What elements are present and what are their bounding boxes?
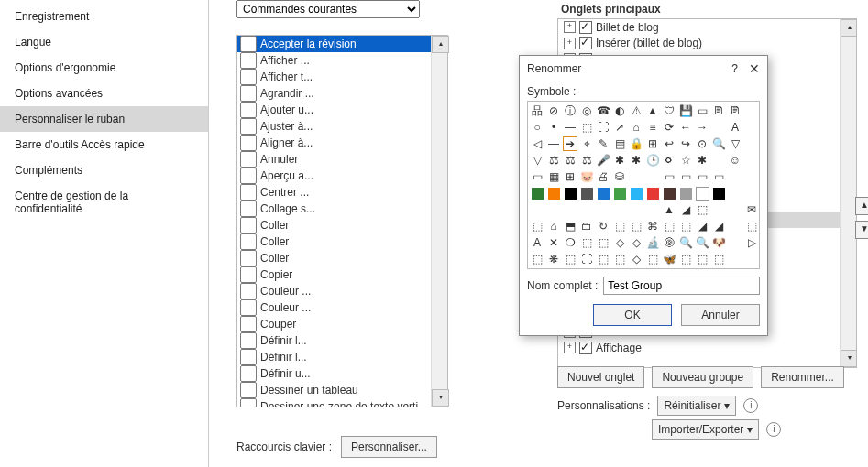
symbol-cell[interactable]: 🕒 [645, 153, 660, 168]
symbol-cell[interactable] [530, 186, 544, 201]
symbol-cell[interactable]: ☆ [678, 153, 693, 168]
nav-item[interactable]: Barre d'outils Accès rapide [0, 132, 208, 157]
symbol-cell[interactable]: ≡ [645, 120, 660, 135]
symbol-cell[interactable]: 🔍 [711, 136, 726, 151]
symbol-cell[interactable]: ⬚ [612, 219, 627, 234]
symbol-cell[interactable] [579, 186, 594, 201]
tree-item[interactable]: +Affichage [558, 340, 841, 356]
symbol-cell[interactable]: ◁ [530, 136, 544, 151]
symbol-cell[interactable]: A [530, 235, 544, 250]
symbol-cell[interactable]: 🞋 [662, 235, 676, 250]
symbol-cell[interactable]: ☎ [596, 103, 610, 118]
symbol-cell[interactable]: 🔒 [629, 136, 643, 151]
symbol-cell[interactable]: ⬚ [579, 235, 594, 250]
symbol-cell[interactable]: ⚖ [563, 153, 577, 168]
symbol-grid[interactable]: 品⊘ⓘ◎☎◐⚠▲🛡💾▭🖹🖹○•—⬚⛶↗⌂≡⟳←→A◁—➔⌖✎▤🔒⊞↩↪⊙🔍▽▽⚖… [527, 101, 760, 269]
symbol-cell[interactable]: A [728, 120, 742, 135]
symbol-cell[interactable]: ◐ [612, 103, 627, 118]
move-down-button[interactable]: ▼ [855, 221, 868, 239]
rename-button[interactable]: Renommer... [761, 366, 844, 388]
symbol-cell[interactable]: ▦ [546, 169, 561, 184]
symbol-cell[interactable] [678, 186, 693, 201]
symbol-cell[interactable]: ⬚ [678, 219, 693, 234]
symbol-cell[interactable]: ⛁ [612, 169, 627, 184]
symbol-cell[interactable]: ✕ [546, 235, 561, 250]
tree-checkbox[interactable] [579, 37, 592, 49]
symbol-cell[interactable]: ⬚ [744, 219, 759, 234]
symbol-cell[interactable]: ✱ [695, 153, 709, 168]
symbol-cell[interactable]: ▭ [662, 169, 676, 184]
symbol-cell[interactable]: ⬚ [530, 252, 544, 266]
info-icon[interactable]: i [766, 422, 781, 437]
symbol-cell[interactable]: ⚠ [629, 103, 643, 118]
symbol-cell[interactable]: 🖨 [596, 169, 610, 184]
symbol-cell[interactable] [711, 186, 726, 201]
symbol-cell[interactable]: ⬚ [678, 252, 693, 266]
scroll-up-icon[interactable]: ▴ [841, 19, 857, 37]
tree-item[interactable]: +Insérer (billet de blog) [558, 36, 841, 52]
move-up-button[interactable]: ▲ [855, 197, 868, 215]
commands-source-combo[interactable]: Commandes courantes [236, 0, 420, 18]
tree-item[interactable]: +Billet de blog [558, 19, 841, 36]
command-item[interactable]: Ajuster à... [237, 118, 432, 135]
symbol-cell[interactable] [629, 186, 643, 201]
symbol-cell[interactable]: ↩ [662, 136, 676, 151]
symbol-cell[interactable]: ⬚ [596, 252, 610, 266]
symbol-cell[interactable] [645, 169, 660, 184]
symbol-cell[interactable]: ⬚ [662, 219, 676, 234]
tree-checkbox[interactable] [579, 21, 592, 34]
symbol-cell[interactable] [629, 202, 643, 217]
symbol-cell[interactable]: ← [678, 120, 693, 135]
symbol-cell[interactable]: ⓘ [563, 103, 577, 118]
symbol-cell[interactable] [645, 186, 660, 201]
symbol-cell[interactable]: ▲ [662, 202, 676, 217]
symbol-cell[interactable] [612, 202, 627, 217]
symbol-cell[interactable] [563, 186, 577, 201]
nav-item[interactable]: Personnaliser le ruban [0, 106, 208, 132]
symbol-cell[interactable]: ⌂ [546, 219, 561, 234]
symbol-cell[interactable]: ▽ [530, 153, 544, 168]
symbol-cell[interactable]: • [546, 120, 561, 135]
command-item[interactable]: Annuler [237, 151, 432, 168]
symbol-cell[interactable]: ▭ [695, 103, 709, 118]
symbol-cell[interactable]: ▭ [695, 169, 709, 184]
symbol-cell[interactable]: ▤ [612, 136, 627, 151]
symbol-cell[interactable]: 🔬 [645, 235, 660, 250]
symbol-cell[interactable]: ⬚ [612, 252, 627, 266]
symbol-cell[interactable] [546, 202, 561, 217]
symbol-cell[interactable]: ⬚ [629, 219, 643, 234]
symbol-cell[interactable] [728, 169, 742, 184]
symbol-cell[interactable] [612, 186, 627, 201]
symbol-cell[interactable] [744, 186, 759, 201]
command-item[interactable]: Ajouter u... [237, 102, 432, 118]
symbol-cell[interactable]: ⌂ [629, 120, 643, 135]
command-item[interactable]: Accepter la révision [237, 36, 432, 52]
symbol-cell[interactable]: — [546, 136, 561, 151]
expand-toggle[interactable]: + [564, 38, 576, 49]
symbol-cell[interactable] [596, 202, 610, 217]
symbol-cell[interactable]: ☺ [728, 153, 742, 168]
symbol-cell[interactable]: 🐶 [711, 235, 726, 250]
symbol-cell[interactable] [546, 186, 561, 201]
command-item[interactable]: Aligner à... [237, 135, 432, 151]
command-item[interactable]: Copier [237, 266, 432, 283]
symbol-cell[interactable]: ▭ [530, 169, 544, 184]
new-tab-button[interactable]: Nouvel onglet [557, 366, 644, 388]
symbol-cell[interactable]: ↗ [612, 120, 627, 135]
nav-item[interactable]: Centre de gestion de la confidentialité [0, 183, 208, 222]
symbol-cell[interactable]: 💾 [678, 103, 693, 118]
symbol-cell[interactable]: ✱ [612, 153, 627, 168]
symbol-cell[interactable]: 🦋 [662, 252, 676, 266]
symbol-cell[interactable] [711, 153, 726, 168]
symbol-cell[interactable]: ⌖ [579, 136, 594, 151]
nav-item[interactable]: Enregistrement [0, 4, 208, 29]
import-export-dropdown[interactable]: Importer/Exporter▾ [652, 419, 759, 440]
command-item[interactable]: Aperçu a... [237, 168, 432, 184]
symbol-cell[interactable]: ↻ [596, 219, 610, 234]
symbol-cell[interactable]: ➔ [563, 136, 577, 151]
scroll-up-icon[interactable]: ▴ [432, 36, 449, 53]
symbol-cell[interactable]: ✎ [596, 136, 610, 151]
close-button[interactable]: ✕ [749, 61, 760, 76]
symbol-cell[interactable]: 🔍 [678, 235, 693, 250]
command-item[interactable]: Agrandir ... [237, 85, 432, 102]
